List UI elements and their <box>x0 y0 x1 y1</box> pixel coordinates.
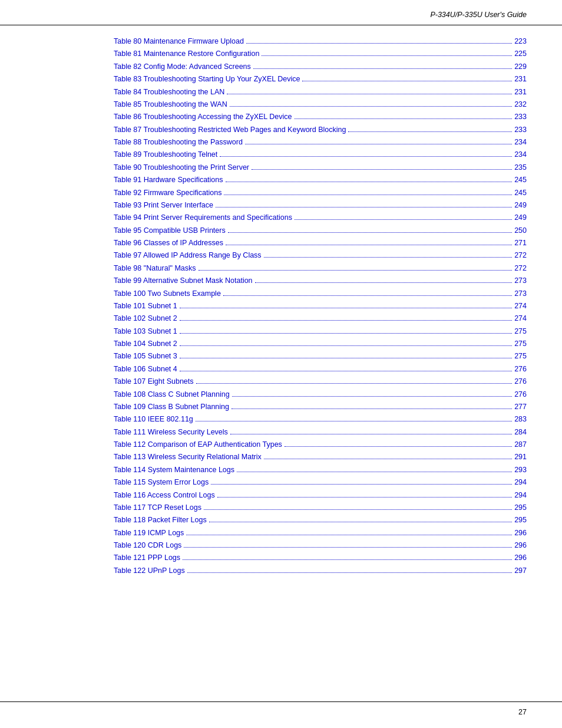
toc-entry: Table 99 Alternative Subnet Mask Notatio… <box>114 275 527 286</box>
toc-dots <box>228 232 512 233</box>
toc-page-number: 273 <box>514 275 527 286</box>
toc-link[interactable]: Table 113 Wireless Security Relational M… <box>114 452 262 463</box>
toc-dots <box>184 547 512 548</box>
toc-link[interactable]: Table 104 Subnet 2 <box>114 338 177 350</box>
toc-dots <box>223 295 512 296</box>
toc-link[interactable]: Table 103 Subnet 1 <box>114 326 177 337</box>
toc-link[interactable]: Table 86 Troubleshooting Accessing the Z… <box>114 111 292 123</box>
toc-link[interactable]: Table 105 Subnet 3 <box>114 351 177 362</box>
toc-link[interactable]: Table 115 System Error Logs <box>114 477 209 488</box>
toc-link[interactable]: Table 80 Maintenance Firmware Upload <box>114 36 244 47</box>
toc-page-number: 287 <box>514 439 527 450</box>
toc-entry: Table 111 Wireless Security Levels284 <box>114 427 527 438</box>
toc-link[interactable]: Table 101 Subnet 1 <box>114 301 177 312</box>
toc-link[interactable]: Table 91 Hardware Specifications <box>114 174 223 186</box>
toc-dots <box>217 497 513 498</box>
toc-link[interactable]: Table 112 Comparison of EAP Authenticati… <box>114 439 282 450</box>
toc-entry: Table 95 Compatible USB Printers250 <box>114 225 527 236</box>
toc-link[interactable]: Table 85 Troubleshooting the WAN <box>114 99 227 110</box>
toc-link[interactable]: Table 118 Packet Filter Logs <box>114 515 207 526</box>
toc-link[interactable]: Table 82 Config Mode: Advanced Screens <box>114 61 251 73</box>
toc-dots <box>216 207 512 207</box>
toc-link[interactable]: Table 94 Print Server Requirements and S… <box>114 212 292 223</box>
toc-link[interactable]: Table 110 IEEE 802.11g <box>114 414 193 425</box>
toc-dots <box>180 345 512 346</box>
toc-entry: Table 105 Subnet 3275 <box>114 351 527 362</box>
toc-entry: Table 87 Troubleshooting Restricted Web … <box>114 124 527 136</box>
toc-link[interactable]: Table 96 Classes of IP Addresses <box>114 238 223 249</box>
toc-page-number: 296 <box>514 540 527 551</box>
toc-entry: Table 83 Troubleshooting Starting Up You… <box>114 74 527 85</box>
toc-link[interactable]: Table 120 CDR Logs <box>114 540 181 551</box>
toc-page-number: 293 <box>514 465 527 476</box>
toc-link[interactable]: Table 95 Compatible USB Printers <box>114 225 226 236</box>
toc-dots <box>252 169 512 170</box>
toc-page-number: 294 <box>514 477 527 488</box>
header-title: P-334U/P-335U User's Guide <box>430 11 527 19</box>
toc-entry: Table 122 UPnP Logs297 <box>114 565 527 577</box>
toc-link[interactable]: Table 83 Troubleshooting Starting Up You… <box>114 74 300 85</box>
toc-link[interactable]: Table 99 Alternative Subnet Mask Notatio… <box>114 275 253 286</box>
toc-link[interactable]: Table 109 Class B Subnet Planning <box>114 401 229 413</box>
toc-dots <box>237 472 512 472</box>
toc-page-number: 231 <box>514 87 527 98</box>
toc-link[interactable]: Table 107 Eight Subnets <box>114 376 194 387</box>
toc-link[interactable]: Table 119 ICMP Logs <box>114 528 184 539</box>
toc-link[interactable]: Table 92 Firmware Specifications <box>114 187 222 199</box>
toc-page-number: 275 <box>514 326 527 337</box>
toc-link[interactable]: Table 89 Troubleshooting Telnet <box>114 149 217 160</box>
page-header: P-334U/P-335U User's Guide <box>0 0 562 25</box>
toc-dots <box>230 434 512 434</box>
toc-link[interactable]: Table 111 Wireless Security Levels <box>114 427 228 438</box>
toc-page-number: 284 <box>514 427 527 438</box>
toc-link[interactable]: Table 93 Print Server Interface <box>114 200 213 211</box>
toc-link[interactable]: Table 87 Troubleshooting Restricted Web … <box>114 124 346 136</box>
toc-entry: Table 117 TCP Reset Logs295 <box>114 502 527 513</box>
toc-link[interactable]: Table 84 Troubleshooting the LAN <box>114 87 224 98</box>
toc-dots <box>253 68 512 69</box>
toc-link[interactable]: Table 122 UPnP Logs <box>114 565 185 577</box>
toc-entry: Table 114 System Maintenance Logs293 <box>114 465 527 476</box>
toc-page-number: 274 <box>514 301 527 312</box>
toc-page-number: 249 <box>514 200 527 211</box>
toc-link[interactable]: Table 116 Access Control Logs <box>114 490 215 501</box>
toc-link[interactable]: Table 88 Troubleshooting the Password <box>114 137 243 148</box>
toc-link[interactable]: Table 117 TCP Reset Logs <box>114 502 201 513</box>
toc-dots <box>255 282 513 283</box>
toc-dots <box>187 572 512 573</box>
toc-entry: Table 88 Troubleshooting the Password234 <box>114 137 527 148</box>
toc-page-number: 245 <box>514 174 527 186</box>
toc-dots <box>220 156 512 157</box>
toc-dots <box>211 484 512 485</box>
toc-page-number: 297 <box>514 565 527 577</box>
toc-entry: Table 103 Subnet 1275 <box>114 326 527 337</box>
toc-entry: Table 98 "Natural" Masks272 <box>114 263 527 274</box>
toc-link[interactable]: Table 100 Two Subnets Example <box>114 288 221 299</box>
toc-page-number: 249 <box>514 212 527 223</box>
toc-link[interactable]: Table 102 Subnet 2 <box>114 313 177 324</box>
toc-link[interactable]: Table 114 System Maintenance Logs <box>114 465 234 476</box>
toc-entry: Table 110 IEEE 802.11g283 <box>114 414 527 425</box>
toc-link[interactable]: Table 106 Subnet 4 <box>114 364 177 375</box>
toc-link[interactable]: Table 98 "Natural" Masks <box>114 263 196 274</box>
toc-dots <box>264 459 512 459</box>
toc-link[interactable]: Table 97 Allowed IP Address Range By Cla… <box>114 250 262 261</box>
toc-dots <box>196 421 512 421</box>
toc-entry: Table 107 Eight Subnets276 <box>114 376 527 387</box>
toc-dots <box>246 43 512 44</box>
toc-link[interactable]: Table 81 Maintenance Restore Configurati… <box>114 48 259 60</box>
toc-page-number: 233 <box>514 124 527 136</box>
toc-dots <box>295 118 513 119</box>
toc-page-number: 276 <box>514 364 527 375</box>
toc-page-number: 272 <box>514 263 527 274</box>
toc-entry: Table 112 Comparison of EAP Authenticati… <box>114 439 527 450</box>
toc-page-number: 283 <box>514 414 527 425</box>
toc-link[interactable]: Table 121 PPP Logs <box>114 552 180 564</box>
toc-dots <box>232 396 512 397</box>
toc-page-number: 275 <box>514 351 527 362</box>
toc-dots <box>183 559 512 560</box>
toc-link[interactable]: Table 108 Class C Subnet Planning <box>114 389 230 400</box>
toc-dots <box>186 535 512 535</box>
toc-link[interactable]: Table 90 Troubleshooting the Print Serve… <box>114 162 249 173</box>
toc-entry: Table 116 Access Control Logs294 <box>114 490 527 501</box>
